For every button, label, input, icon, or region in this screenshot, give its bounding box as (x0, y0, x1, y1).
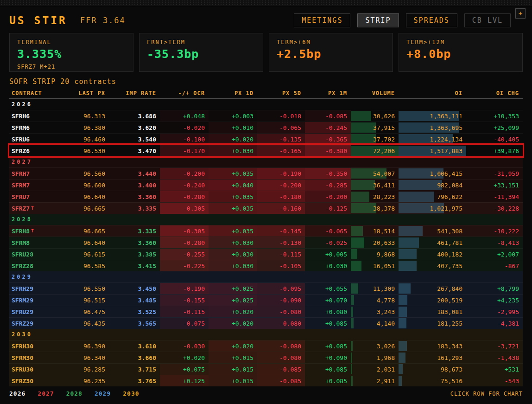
cell-last-px: 96.475 (51, 306, 109, 317)
cell-imp-rate: 3.525 (109, 306, 160, 317)
cell-px-1m: +0.085 (305, 375, 351, 386)
table-row[interactable]: SFRU796.6403.360-0.280+0.035-0.180-0.200… (9, 191, 523, 202)
cell-px-1m: -0.365 (305, 134, 351, 145)
cell-volume: 3,026 (351, 340, 399, 352)
legend-year-2026[interactable]: 2026 (9, 390, 25, 397)
table-row[interactable]: SFRZ2896.5853.415-0.225+0.030-0.105+0.03… (9, 260, 523, 271)
summary-card-term-6m: TERM>+6M+2.5bp (269, 33, 393, 72)
cell-px-1d: +0.015 (209, 352, 257, 363)
legend-year-2028[interactable]: 2028 (66, 390, 82, 397)
oi-bar (399, 295, 407, 305)
oi-bar (399, 364, 403, 374)
add-view-button[interactable]: + (515, 8, 526, 19)
cell-oi: 183,343 (399, 340, 466, 352)
table-row[interactable]: SFRM896.6403.360-0.280+0.030-0.130-0.025… (9, 237, 523, 248)
cell-px-5d: -0.160 (257, 203, 305, 214)
volume-bar (351, 353, 352, 363)
table-row[interactable]: SFRH696.3133.688+0.048+0.003-0.018-0.085… (9, 110, 523, 122)
table-row[interactable]: SFRZ7T96.6653.335-0.305+0.035-0.160-0.12… (9, 202, 523, 214)
table-row[interactable]: SFRM3096.3403.660+0.020+0.015-0.080+0.09… (9, 352, 523, 363)
tab-cb-lvl[interactable]: CB LVL (464, 13, 511, 27)
cell-volume: 30,626 (351, 110, 399, 122)
legend-year-2030[interactable]: 2030 (123, 390, 139, 397)
cell-px-1m: +0.085 (305, 364, 351, 375)
cell-oi-chg: +39,876 (466, 145, 523, 156)
cell-px-5d: -0.085 (257, 375, 305, 386)
cell-px-1m: -0.125 (305, 203, 351, 214)
cell-volume: 2,911 (351, 375, 399, 386)
cell-px-1d: +0.025 (209, 295, 257, 306)
table-row[interactable]: SFRH796.5603.440-0.200+0.035-0.190-0.350… (9, 167, 523, 179)
cell-last-px: 96.235 (51, 375, 109, 386)
cell-oi-chg: +25,099 (466, 122, 523, 133)
cell-imp-rate: 3.360 (109, 237, 160, 248)
cell-px-5d: -0.165 (257, 145, 305, 156)
table-row[interactable]: SFRU2996.4753.525-0.115+0.020-0.080+0.08… (9, 306, 523, 317)
card-sublabel: SFRZ7 M+21 (17, 64, 126, 70)
cell-volume: 4,778 (351, 295, 399, 306)
table-row[interactable]: SFRZ3096.2353.765+0.125+0.015-0.085+0.08… (9, 375, 523, 386)
cell-px-5d: -0.080 (257, 352, 305, 363)
legend-year-2027[interactable]: 2027 (38, 390, 54, 397)
contract-symbol: SFRU6 (12, 136, 30, 143)
cell-oi: 267,840 (399, 283, 466, 294)
cell-contract: SFRZ7T (9, 203, 51, 214)
table-row[interactable]: SFRU696.4603.540-0.100+0.020-0.135-0.365… (9, 133, 523, 145)
tab-spreads[interactable]: SPREADS (406, 13, 457, 27)
table-row[interactable]: SFRZ696.5303.470-0.170+0.030-0.165-0.380… (9, 145, 523, 156)
cell-px-5d: -0.080 (257, 306, 305, 317)
table-row[interactable]: SFRH8T96.6653.335-0.305+0.035-0.145-0.06… (9, 225, 523, 237)
cell-px-5d: -0.105 (257, 260, 305, 271)
contract-symbol: SFRH8 (12, 228, 30, 235)
contract-symbol: SFRH30 (12, 343, 33, 350)
cell-volume: 1,968 (351, 352, 399, 363)
cell-px-1m: -0.245 (305, 122, 351, 133)
cell-ocr: -0.240 (160, 180, 209, 191)
legend-year-2029[interactable]: 2029 (95, 390, 111, 397)
tab-strip[interactable]: STRIP (357, 13, 399, 27)
cell-px-1m: -0.380 (305, 145, 351, 156)
cell-px-1d: +0.035 (209, 225, 257, 237)
tab-meetings[interactable]: MEETINGS (294, 13, 350, 27)
cell-px-1m: +0.005 (305, 249, 351, 260)
cell-imp-rate: 3.470 (109, 145, 160, 156)
column-header-last-px: LAST PX (51, 88, 109, 98)
cell-px-5d: -0.130 (257, 237, 305, 248)
cell-ocr: +0.075 (160, 364, 209, 375)
cell-px-5d: -0.135 (257, 134, 305, 145)
cell-ocr: -0.305 (160, 225, 209, 237)
contract-symbol: SFRM29 (12, 297, 33, 304)
cell-ocr: -0.305 (160, 203, 209, 214)
cell-volume: 72,206 (351, 145, 399, 156)
table-row[interactable]: SFRH2996.5503.450-0.190+0.025-0.095+0.05… (9, 282, 523, 294)
year-group-row: 2027 (9, 156, 523, 167)
table-row[interactable]: SFRZ2996.4353.565-0.075+0.020-0.080+0.08… (9, 317, 523, 329)
cell-oi: 75,516 (399, 375, 466, 386)
cell-oi: 98,673 (399, 364, 466, 375)
cell-contract: SFRU29 (9, 306, 51, 317)
table-row[interactable]: SFRM2996.5153.485-0.155+0.025-0.090+0.07… (9, 294, 523, 306)
view-tabs: MEETINGSSTRIPSPREADSCB LVL (294, 13, 511, 27)
table-row[interactable]: SFRU3096.2853.715+0.075+0.015-0.085+0.08… (9, 363, 523, 375)
cell-volume: 37,915 (351, 122, 399, 133)
table-row[interactable]: SFRU2896.6153.385-0.255+0.030-0.115+0.00… (9, 248, 523, 260)
cell-volume: 2,031 (351, 364, 399, 375)
card-value: +8.0bp (406, 47, 515, 61)
cell-ocr: -0.225 (160, 260, 209, 271)
cell-contract: SFRM7 (9, 180, 51, 191)
contract-symbol: SFRU29 (12, 308, 33, 315)
contract-symbol: SFRM6 (12, 124, 30, 131)
cell-oi: 181,255 (399, 318, 466, 329)
cell-px-5d: -0.095 (257, 283, 305, 294)
table-row[interactable]: SFRM796.6003.400-0.240+0.040-0.200-0.285… (9, 179, 523, 191)
table-row[interactable]: SFRH3096.3903.610-0.030+0.020-0.080+0.08… (9, 340, 523, 352)
cell-px-1d: +0.010 (209, 122, 257, 133)
cell-volume: 9,868 (351, 249, 399, 260)
table-row[interactable]: SFRM696.3803.620-0.020+0.010-0.065-0.245… (9, 122, 523, 133)
cell-last-px: 96.585 (51, 260, 109, 271)
cell-imp-rate: 3.485 (109, 295, 160, 306)
cell-contract: SFRU28 (9, 249, 51, 260)
contract-symbol: SFRM8 (12, 239, 30, 246)
volume-bar (351, 180, 375, 190)
cell-px-1d: +0.020 (209, 134, 257, 145)
